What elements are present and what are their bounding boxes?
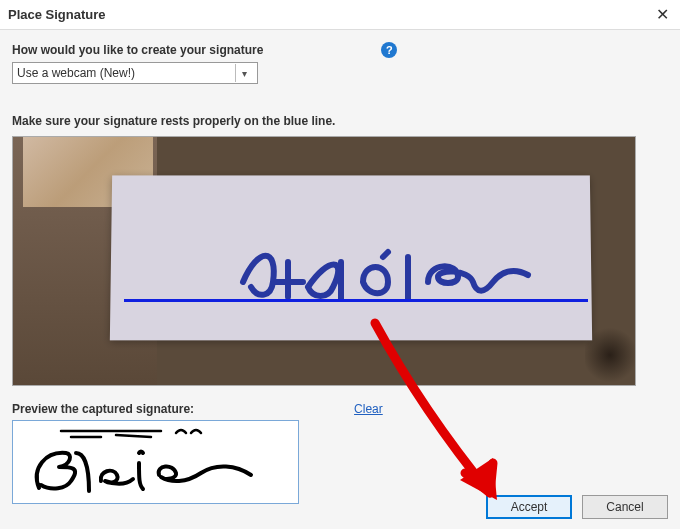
cancel-button[interactable]: Cancel (582, 495, 668, 519)
signature-method-row: How would you like to create your signat… (12, 42, 668, 58)
baseline-guide (124, 299, 588, 302)
chevron-down-icon: ▾ (235, 64, 253, 82)
dropdown-selected-value: Use a webcam (New!) (17, 66, 235, 80)
signature-method-label: How would you like to create your signat… (12, 43, 263, 57)
captured-signature-stroke (233, 227, 553, 307)
close-icon[interactable]: ✕ (652, 5, 672, 24)
instruction-text: Make sure your signature rests properly … (12, 114, 668, 128)
preview-label: Preview the captured signature: (12, 402, 194, 416)
webcam-preview (12, 136, 636, 386)
clear-link[interactable]: Clear (354, 402, 383, 416)
dialog-buttons: Accept Cancel (486, 495, 668, 519)
dialog-title: Place Signature (8, 7, 652, 22)
signature-preview-box (12, 420, 299, 504)
dialog-content: How would you like to create your signat… (0, 30, 680, 504)
preview-signature-stroke (21, 423, 291, 503)
title-bar: Place Signature ✕ (0, 0, 680, 30)
help-icon[interactable]: ? (381, 42, 397, 58)
accept-button[interactable]: Accept (486, 495, 572, 519)
signature-method-dropdown[interactable]: Use a webcam (New!) ▾ (12, 62, 258, 84)
